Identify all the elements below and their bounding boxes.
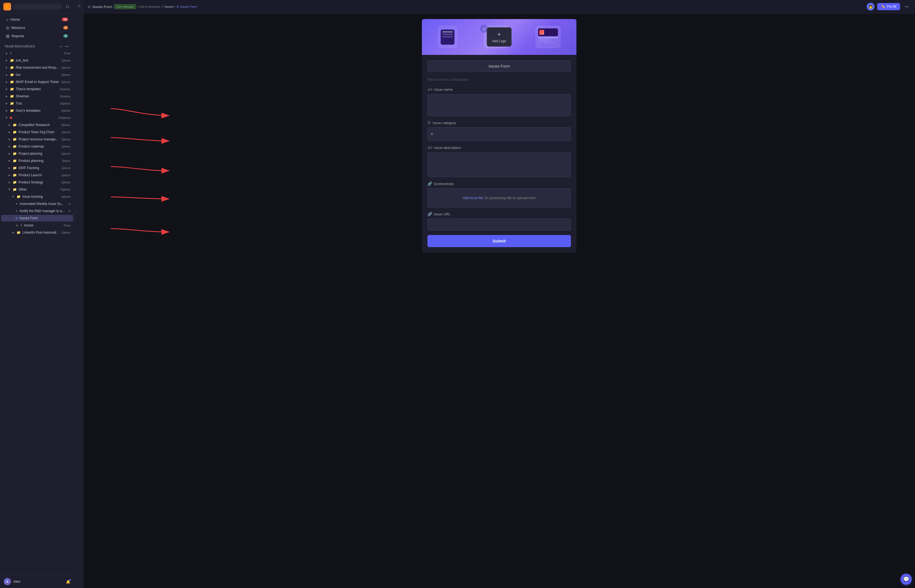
issue-url-input[interactable]	[427, 218, 571, 231]
list-item[interactable]: ▶ 📁 Issue tracking 4piece	[1, 193, 73, 200]
list-item[interactable]: ▶ 📁 Product roadmap 2piece	[1, 143, 73, 150]
list-item[interactable]: ▶ 133piece	[1, 115, 73, 121]
section-actions: + •••	[59, 44, 70, 48]
list-item[interactable]: ✦ Notify the R&D manager to a...	[1, 208, 73, 214]
add-local-file-link[interactable]: Add local file	[463, 196, 483, 200]
add-logo-label: Add Logo	[492, 39, 506, 43]
list-item[interactable]: ▶ # Issues 5row	[1, 222, 73, 229]
list-item[interactable]: ▶ 📁 Risk Assessment and Respo... 2piece	[1, 64, 73, 71]
missions-badge: 6	[63, 26, 68, 29]
issue-description-input[interactable]	[427, 152, 571, 177]
item-label: Issues Form	[19, 216, 70, 220]
list-item[interactable]: ▶ 📁 Thea's templates 31piece	[1, 86, 73, 92]
search-button[interactable]	[64, 3, 71, 10]
list-item[interactable]: ▶ 📁 IMAP Email to Support Ticket 5piece	[1, 79, 73, 85]
item-count: 3piece	[61, 137, 70, 141]
form-description[interactable]: Please enter a description	[427, 76, 571, 83]
issue-name-label-text: Issue name	[434, 87, 453, 92]
list-item[interactable]: ▶ 📁 LinkedIn Post Automation 2piece	[1, 229, 73, 236]
expand-arrow: ▶	[8, 181, 11, 184]
list-item[interactable]: ✦ Automated Weekly Issue Su...	[1, 200, 73, 207]
list-item[interactable]: ▶ 📁 Sheehan 31piece	[1, 93, 73, 100]
more-resource-button[interactable]: •••	[64, 44, 70, 48]
list-item[interactable]: ▶ 📁 Product Launch 2piece	[1, 172, 73, 178]
item-label: Sheehan	[16, 94, 58, 98]
list-item[interactable]: ▶ 📁 Competitor Research 8piece	[1, 122, 73, 128]
issue-url-label-text: Issue URL	[434, 212, 451, 216]
breadcrumb-current[interactable]: Issues Form	[180, 5, 197, 8]
item-count: 3row	[64, 52, 70, 55]
nav-reports[interactable]: ▤ Reports 8	[2, 32, 73, 40]
automation-icon: ✦	[15, 209, 18, 213]
issue-category-label-text: Issue category	[433, 121, 456, 125]
list-item[interactable]: ▶ 📁 Product Strategy 2piece	[1, 179, 73, 186]
chat-icon-symbol: 💬	[903, 576, 909, 582]
item-count: 2piece	[61, 166, 70, 170]
nav-home[interactable]: ⌂ Home 14	[2, 15, 73, 23]
topbar: ⊟ Issues Form Can manage Link to resourc…	[83, 0, 915, 13]
item-label: Thea's templates	[16, 87, 58, 91]
form-body: Issues Form Please enter a description 𝐀…	[422, 55, 576, 253]
expand-arrow: ▶	[15, 224, 19, 227]
issue-name-input[interactable]	[427, 94, 571, 116]
missions-icon: ◎	[6, 26, 9, 30]
can-manage-badge[interactable]: Can manage	[114, 4, 136, 9]
expand-arrow: ▶	[8, 145, 11, 148]
expand-arrow: ▶	[5, 109, 8, 112]
sidebar-item-issues-form[interactable]: ⊟ Issues Form	[1, 215, 73, 221]
nav-missions-label: Missions	[11, 26, 25, 30]
sidebar-toggle[interactable]	[74, 0, 83, 588]
item-label	[13, 51, 62, 55]
list-item[interactable]: ▶ 📁 lzw 3piece	[1, 71, 73, 78]
issue-category-input[interactable]: +	[427, 127, 571, 141]
screenshots-upload-area[interactable]: Add local file Or paste/drop file to upl…	[427, 188, 571, 207]
folder-icon: 📁	[13, 137, 17, 141]
user-avatar-topbar: 🧑	[867, 3, 875, 10]
chat-button[interactable]: 💬	[900, 573, 912, 585]
issue-name-field-icon: 𝐀≡	[427, 87, 432, 92]
issue-category-field-icon: ☰	[427, 121, 431, 125]
status-dot	[69, 210, 70, 212]
home-badge: 14	[62, 18, 68, 21]
list-item[interactable]: ▶ 📁 OKR Tracking 2piece	[1, 165, 73, 171]
list-item[interactable]: ▶ 📁 zoe_test 2piece	[1, 57, 73, 64]
add-resource-button[interactable]: +	[59, 44, 63, 48]
item-label	[14, 116, 56, 120]
hash-icon: #	[162, 5, 163, 8]
grid-icon: #	[10, 51, 12, 55]
submit-button[interactable]: Submit	[427, 235, 571, 247]
description-placeholder-text: Please enter a description	[427, 78, 469, 82]
issue-url-label: 🔗 Issue URL	[427, 212, 571, 216]
item-label: Product Team Org Chart	[18, 130, 60, 134]
list-item[interactable]: ▶ 📁 Trac ​​​​ 15piece	[1, 100, 73, 107]
folder-icon: 📁	[13, 180, 17, 184]
breadcrumb-issues[interactable]: Issues	[165, 5, 173, 8]
form-area: 🖼 ●	[83, 13, 915, 588]
notification-dot	[69, 579, 71, 581]
nav-missions[interactable]: ◎ Missions 6	[2, 24, 73, 32]
add-category-button[interactable]: +	[430, 131, 433, 137]
form-icon: ⊟	[15, 216, 18, 220]
list-item[interactable]: ▶ 📁 Gary's templates 5piece	[1, 107, 73, 114]
list-item[interactable]: ▶ 📁 Product planning 7piece	[1, 157, 73, 164]
item-count: 5row	[64, 224, 70, 227]
banner-card-right	[535, 26, 561, 48]
item-label: Project resource manage...	[18, 137, 60, 141]
issue-url-field-group: 🔗 Issue URL	[427, 212, 571, 231]
expand-arrow: ▶	[5, 80, 8, 84]
folder-icon: 📁	[13, 173, 17, 177]
list-item[interactable]: ▶ 📁 Product Team Org Chart 2piece	[1, 129, 73, 136]
list-item[interactable]: ▶ 📁 Project resource manage... 3piece	[1, 136, 73, 142]
list-item[interactable]: ▶ # 3row	[1, 50, 73, 57]
issue-description-field-icon: 𝐀≡	[427, 145, 432, 150]
expand-arrow: ▶	[8, 166, 11, 170]
list-item[interactable]: ▶ 📁 Project planning 2piece	[1, 150, 73, 157]
form-title-display[interactable]: Issues Form	[427, 60, 571, 72]
more-options-button[interactable]: •••	[903, 3, 910, 10]
list-item[interactable]: ▶ 📁 Other 74piece	[1, 186, 73, 193]
add-logo-button[interactable]: + Add Logo	[487, 27, 511, 47]
item-label: Gary's templates	[16, 109, 60, 113]
notifications-button[interactable]: 🔔	[66, 580, 70, 584]
prefill-button[interactable]: ✏️ Pre-fill	[877, 3, 900, 10]
folder-icon: 📁	[10, 73, 14, 77]
